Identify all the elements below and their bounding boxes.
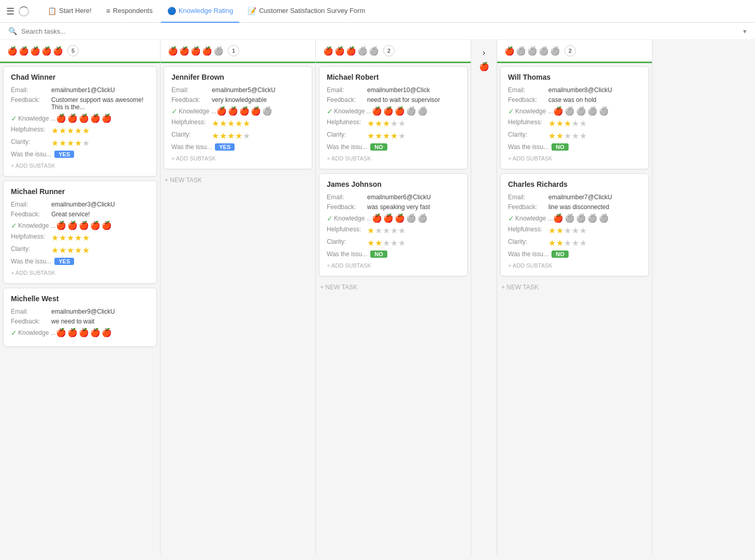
new-task-button-1[interactable]: + NEW TASK bbox=[164, 173, 312, 187]
apple-icon: 🍎 bbox=[553, 106, 563, 116]
col-body-2: Michael Robert Email: emailnumber10@Clic… bbox=[316, 63, 471, 554]
star-icon: ★ bbox=[564, 226, 571, 235]
clarity-label: Clarity: bbox=[508, 238, 545, 245]
col-body-1: Jennifer Brown Email: emailnumber5@Click… bbox=[161, 63, 315, 554]
knowledge-check-icon: ✓ bbox=[327, 107, 333, 115]
apple-icon: 🍎 bbox=[251, 106, 261, 116]
apple-icon: 🍎 bbox=[179, 46, 190, 56]
helpfulness-label: Helpfulness: bbox=[11, 233, 48, 240]
apple-icon: 🍎 bbox=[90, 220, 100, 230]
apple-icon: 🍎 bbox=[79, 328, 89, 337]
feedback-label: Feedback: bbox=[327, 96, 364, 104]
star-icon: ★ bbox=[375, 131, 382, 141]
tab-form[interactable]: 📝 Customer Satisfaction Survey Form bbox=[241, 0, 371, 23]
new-task-button-4[interactable]: + NEW TASK bbox=[500, 281, 649, 294]
star-icon: ★ bbox=[82, 233, 90, 243]
feedback-value: was speaking very fast bbox=[367, 203, 460, 211]
resolved-label: Was the issu... bbox=[327, 143, 367, 151]
hamburger-icon[interactable]: ☰ bbox=[6, 6, 14, 17]
search-icon: 🔍 bbox=[8, 27, 17, 35]
apple-icon: 🍎 bbox=[56, 328, 66, 337]
apple-icon: 🍎 bbox=[202, 46, 212, 56]
new-task-button-2[interactable]: + NEW TASK bbox=[319, 281, 468, 294]
star-icon: ★ bbox=[375, 238, 382, 248]
apple-icon: 🍎 bbox=[383, 106, 394, 116]
apple-icon: 🍎 bbox=[369, 46, 379, 56]
star-icon: ★ bbox=[227, 131, 235, 141]
star-icon: ★ bbox=[564, 238, 571, 248]
feedback-label: Feedback: bbox=[11, 318, 48, 325]
tab-respondents[interactable]: ≡ Respondents bbox=[100, 0, 159, 23]
feedback-value: need to wait for supervisor bbox=[367, 96, 460, 104]
column-0: 🍎🍎🍎🍎🍎5Chad Winner Email: emailnumber1@Cl… bbox=[0, 40, 161, 554]
tab-start[interactable]: 📋 Start Here! bbox=[41, 0, 98, 23]
collapse-arrow[interactable]: › bbox=[483, 48, 485, 57]
add-subtask-button[interactable]: + ADD SUBTASK bbox=[11, 160, 149, 170]
resolved-badge: YES bbox=[215, 143, 235, 151]
star-icon: ★ bbox=[579, 131, 587, 141]
star-icon: ★ bbox=[548, 131, 556, 141]
email-value: emailnumber6@ClickU bbox=[367, 194, 460, 201]
email-label: Email: bbox=[327, 86, 364, 94]
loader-icon bbox=[19, 6, 29, 17]
apple-icon: 🍎 bbox=[101, 220, 112, 230]
star-icon: ★ bbox=[235, 131, 242, 141]
card-name: Michelle West bbox=[11, 294, 149, 303]
apple-icon: 🍎 bbox=[564, 213, 575, 223]
star-icon: ★ bbox=[383, 238, 390, 248]
add-subtask-button[interactable]: + ADD SUBTASK bbox=[508, 260, 641, 270]
feedback-label: Feedback: bbox=[327, 203, 364, 211]
search-input[interactable] bbox=[21, 27, 739, 35]
card-2-1: James Johnson Email: emailnumber6@ClickU… bbox=[319, 173, 468, 276]
apple-icon: 🍎 bbox=[67, 328, 78, 337]
star-icon: ★ bbox=[67, 245, 74, 255]
apple-icon: 🍎 bbox=[101, 113, 112, 123]
tab-knowledge[interactable]: 🔵 Knowledge Rating bbox=[161, 0, 240, 23]
apple-icon: 🍎 bbox=[417, 106, 428, 116]
tab-knowledge-label: Knowledge Rating bbox=[179, 7, 234, 14]
apple-icon: 🍎 bbox=[19, 46, 29, 56]
add-subtask-button[interactable]: + ADD SUBTASK bbox=[171, 153, 304, 163]
apple-icon: 🍎 bbox=[213, 46, 224, 56]
knowledge-label: Knowledge ... bbox=[515, 108, 553, 115]
search-dropdown-icon[interactable]: ▾ bbox=[743, 27, 747, 35]
add-subtask-button[interactable]: + ADD SUBTASK bbox=[327, 153, 460, 163]
apple-icon: 🍎 bbox=[395, 213, 405, 223]
resolved-badge: YES bbox=[54, 258, 74, 265]
resolved-label: Was the issu... bbox=[508, 143, 548, 151]
resolved-label: Was the issu... bbox=[171, 143, 212, 151]
knowledge-check-icon: ✓ bbox=[11, 329, 17, 337]
apple-icon: 🍎 bbox=[101, 328, 112, 337]
tab-start-label: Start Here! bbox=[59, 7, 92, 14]
email-label: Email: bbox=[508, 194, 545, 201]
knowledge-label: Knowledge ... bbox=[18, 329, 56, 336]
star-icon: ★ bbox=[383, 119, 390, 128]
apple-icon: 🍎 bbox=[191, 46, 201, 56]
add-subtask-button[interactable]: + ADD SUBTASK bbox=[11, 268, 149, 277]
col-count-4: 2 bbox=[564, 45, 576, 56]
apple-icon: 🍎 bbox=[372, 213, 382, 223]
star-icon: ★ bbox=[51, 233, 59, 243]
star-icon: ★ bbox=[398, 131, 405, 141]
resolved-label: Was the issu... bbox=[327, 250, 367, 258]
knowledge-label: Knowledge ... bbox=[18, 222, 56, 229]
apple-icon: 🍎 bbox=[90, 328, 100, 337]
star-icon: ★ bbox=[579, 119, 587, 128]
apple-single: 🍎 bbox=[479, 62, 489, 71]
apple-icon: 🍎 bbox=[357, 46, 368, 56]
star-icon: ★ bbox=[390, 131, 398, 141]
col-body-4: Will Thomas Email: emailnumber8@ClickU F… bbox=[497, 63, 652, 554]
star-icon: ★ bbox=[243, 119, 250, 128]
apple-icon: 🍎 bbox=[56, 220, 66, 230]
card-0-0: Chad Winner Email: emailnumber1@ClickU F… bbox=[3, 66, 157, 176]
star-icon: ★ bbox=[572, 238, 579, 248]
helpfulness-label: Helpfulness: bbox=[327, 226, 364, 233]
star-icon: ★ bbox=[556, 226, 563, 235]
card-2-0: Michael Robert Email: emailnumber10@Clic… bbox=[319, 66, 468, 169]
star-icon: ★ bbox=[243, 131, 250, 141]
apple-icon: 🍎 bbox=[168, 46, 178, 56]
add-subtask-button[interactable]: + ADD SUBTASK bbox=[327, 260, 460, 270]
add-subtask-button[interactable]: + ADD SUBTASK bbox=[508, 153, 641, 163]
helpfulness-label: Helpfulness: bbox=[508, 119, 545, 126]
search-bar: 🔍 ▾ bbox=[0, 23, 755, 40]
